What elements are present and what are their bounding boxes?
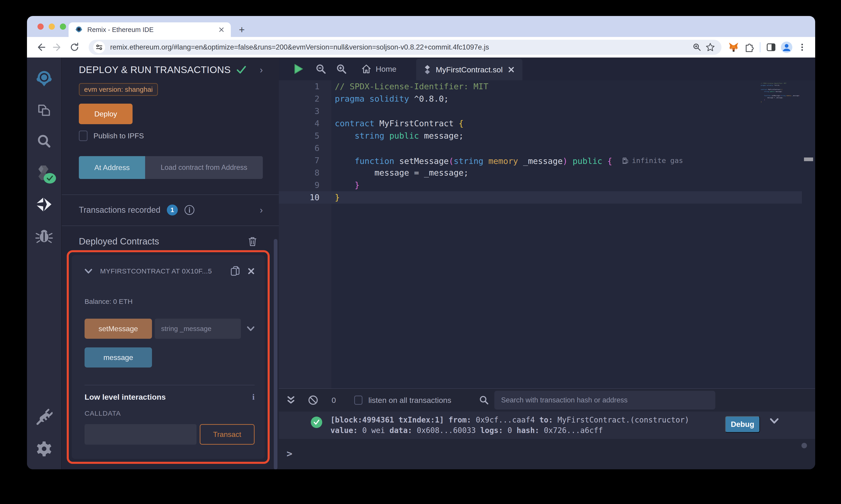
zoom-out-icon[interactable] [315,64,326,74]
transactions-info-icon[interactable] [184,205,195,215]
maximize-window-button[interactable] [60,23,66,30]
publish-ipfs-label: Publish to IPFS [93,132,144,140]
code-line[interactable]: 3 [279,105,802,117]
transactions-recorded-label: Transactions recorded [79,205,160,215]
terminal-prompt[interactable]: > [279,439,815,459]
panel-scrollbar[interactable] [274,239,277,469]
code-line[interactable]: 6 [279,142,802,154]
set-message-function-button[interactable]: setMessage [85,319,152,339]
side-panel-icon[interactable] [765,41,778,54]
contract-title[interactable]: MYFIRSTCONTRACT AT 0X10F...5 [100,267,223,275]
remix-logo-icon[interactable] [33,68,55,89]
tab-close-icon[interactable] [219,27,224,33]
search-icon[interactable] [33,130,55,152]
terminal-search-icon [479,395,489,405]
file-explorer-icon[interactable] [33,99,55,121]
pending-tx-count: 0 [331,396,336,405]
new-tab-button[interactable]: + [235,23,248,37]
code-line[interactable]: 7 function setMessage(string memory _mes… [279,154,802,167]
line-number: 1 [279,80,331,93]
code-editor[interactable]: 1// SPDX-License-Identifier: MIT2pragma … [279,80,815,388]
listen-all-label[interactable]: listen on all transactions [368,396,451,405]
log-expand-chevron-icon[interactable] [770,418,778,424]
compile-success-badge [44,173,56,183]
publish-ipfs-checkbox[interactable] [79,130,87,141]
terminal-toolbar: 0 listen on all transactions [279,389,815,412]
tab-file-close-icon[interactable] [508,67,514,73]
bookmark-star-icon[interactable] [704,41,717,54]
calldata-input[interactable] [85,424,196,445]
evm-version-badge: evm version: shanghai [79,83,158,96]
zoom-in-icon[interactable] [336,64,347,74]
debugger-icon[interactable] [33,225,55,247]
browser-window: Remix - Ethereum IDE + remix.ethereum.or… [27,16,815,469]
run-script-play-icon[interactable] [294,64,304,74]
browser-tab[interactable]: Remix - Ethereum IDE [69,22,231,37]
contract-balance: Balance: 0 ETH [85,298,255,305]
chrome-menu-icon[interactable] [795,41,809,54]
editor-tab-bar: Home MyFirstContract.sol [279,57,815,80]
remove-contract-icon[interactable] [248,268,255,275]
forward-button[interactable] [50,40,65,55]
transact-button[interactable]: Transact [200,424,255,445]
tab-home[interactable]: Home [362,64,396,74]
code-line[interactable]: 8 message = _message; [279,167,802,179]
code-line[interactable]: 10} [279,191,802,204]
line-number: 8 [279,167,331,179]
low-level-interactions-label: Low level interactions [85,393,166,401]
minimize-window-button[interactable] [49,23,55,30]
plugin-manager-icon[interactable] [33,406,55,428]
deploy-and-run-icon[interactable] [33,194,55,215]
terminal-scroll-dot[interactable] [802,443,807,448]
calldata-label: CALLDATA [85,410,255,417]
editor-minimap[interactable]: // SPDX-License-Identifier: MIT pragma s… [761,82,800,103]
tx-log-text: [block:4994361 txIndex:1] from: 0x9cf...… [330,415,721,436]
line-number: 3 [279,105,331,117]
transaction-log-entry[interactable]: [block:4994361 txIndex:1] from: 0x9cf...… [279,412,815,439]
deploy-run-panel: DEPLOY & RUN TRANSACTIONS › evm version:… [62,57,279,469]
tab-myfirstcontract[interactable]: MyFirstContract.sol [416,59,522,80]
tab-home-label: Home [376,65,396,73]
low-level-info-icon[interactable]: i [252,392,255,402]
solidity-compiler-icon[interactable] [33,162,55,184]
site-settings-icon[interactable] [93,41,105,53]
metamask-extension-icon[interactable] [727,41,740,54]
code-line[interactable]: 2pragma solidity ^0.8.0; [279,93,802,105]
set-message-param-input[interactable] [155,319,241,339]
url-text[interactable]: remix.ethereum.org/#lang=en&optimize=fal… [110,43,690,51]
address-bar[interactable]: remix.ethereum.org/#lang=en&optimize=fal… [89,40,721,55]
at-address-button[interactable]: At Address [79,156,145,179]
transactions-expand-chevron-icon[interactable]: › [260,205,263,215]
code-line[interactable]: 1// SPDX-License-Identifier: MIT [279,80,802,93]
back-button[interactable] [33,40,48,55]
load-contract-address-input[interactable]: Load contract from Address [145,156,263,179]
terminal-search-input[interactable] [494,391,715,410]
clear-deployed-trash-icon[interactable] [248,236,257,247]
profile-avatar[interactable] [780,41,793,54]
settings-gear-icon[interactable] [33,438,55,460]
debug-button[interactable]: Debug [725,416,760,433]
terminal: 0 listen on all transactions [block:4994… [279,388,815,469]
editor-scrollbar-thumb[interactable] [804,158,813,161]
traffic-lights [37,23,66,30]
tx-success-icon [311,417,322,428]
code-line[interactable]: 4contract MyFirstContract { [279,117,802,130]
terminal-collapse-icon[interactable] [287,396,295,405]
extensions-puzzle-icon[interactable] [742,41,756,54]
code-line[interactable]: 5 string public message; [279,130,802,142]
close-window-button[interactable] [37,23,44,30]
line-number: 4 [279,117,331,130]
editor-scrollbar-track[interactable] [802,80,815,388]
listen-all-checkbox[interactable] [354,396,362,405]
icon-rail [27,57,62,469]
reload-button[interactable] [67,40,82,55]
zoom-page-icon[interactable] [690,41,704,54]
panel-expand-chevron-icon[interactable]: › [260,65,263,75]
clear-console-ban-icon[interactable] [308,395,318,406]
code-line[interactable]: 9 } [279,179,802,191]
message-getter-button[interactable]: message [85,347,152,367]
copy-address-icon[interactable] [230,266,240,277]
contract-collapse-chevron-icon[interactable] [85,268,92,274]
expand-params-chevron-icon[interactable] [247,326,255,331]
deploy-button[interactable]: Deploy [79,104,133,124]
